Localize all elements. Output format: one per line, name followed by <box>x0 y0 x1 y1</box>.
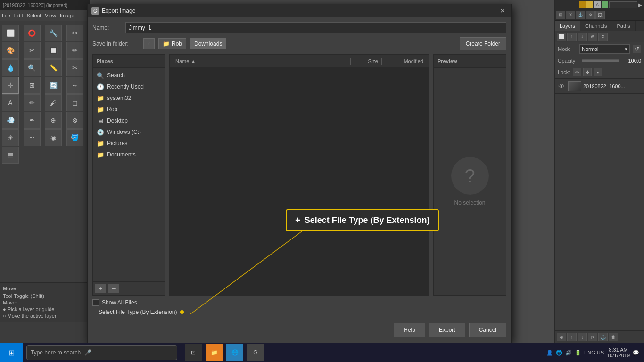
dialog-actions: Help Export Cancel <box>92 319 506 338</box>
places-panel: Places 🔍 Search 🕐 Recently Used 📁 <box>92 54 165 296</box>
clock-time: 8:31 AM <box>607 347 630 353</box>
files-content <box>170 68 429 295</box>
filename-input[interactable] <box>125 22 506 33</box>
file-type-expander[interactable]: + <box>92 309 96 315</box>
dialog-close-button[interactable]: ✕ <box>498 6 507 16</box>
dialog-app-icon: G <box>91 7 99 15</box>
search-icon: 🔍 <box>97 72 104 79</box>
col-modified[interactable]: Modified <box>383 58 425 64</box>
file-browser: Places 🔍 Search 🕐 Recently Used 📁 <box>92 54 506 296</box>
places-windows-c-label: Windows (C:) <box>107 129 141 135</box>
cancel-button[interactable]: Cancel <box>469 323 506 337</box>
taskbar-tray: 👤 🌐 🔊 🔋 ENG US 8:31 AM 10/1/2019 💬 <box>542 347 644 358</box>
places-item-windows-c[interactable]: 💿 Windows (C:) <box>93 126 165 138</box>
places-system32-label: system32 <box>107 95 131 101</box>
files-panel: Name ▲ Size Modified <box>169 54 429 296</box>
files-header: Name ▲ Size Modified <box>170 55 429 68</box>
export-button[interactable]: Export <box>429 323 465 337</box>
no-selection-text: No selection <box>454 199 485 206</box>
places-item-recently-used[interactable]: 🕐 Recently Used <box>93 81 165 92</box>
places-item-documents[interactable]: 📁 Documents <box>93 149 165 160</box>
save-in-label: Save in folder: <box>92 41 140 47</box>
breadcrumb-parent[interactable]: 📁 Rob <box>158 38 186 49</box>
preview-no-selection-icon: ? <box>451 157 489 195</box>
tooltip-plus-icon: + <box>295 215 301 226</box>
create-folder-button[interactable]: Create Folder <box>460 37 506 50</box>
name-label: Name: <box>92 25 121 31</box>
show-all-row: Show All Files <box>92 299 506 306</box>
places-item-search[interactable]: 🔍 Search <box>93 70 165 81</box>
file-type-label[interactable]: Select File Type (By Extension) <box>99 309 177 315</box>
dialog-titlebar: G Export Image ✕ <box>88 4 511 17</box>
taskbar-icon-chrome[interactable]: 🌐 <box>226 344 243 361</box>
breadcrumb-current[interactable]: Downloads <box>190 38 226 49</box>
export-image-dialog: G Export Image ✕ Name: Save in folder: ‹… <box>87 4 512 343</box>
clock-date: 10/1/2019 <box>607 353 630 358</box>
col-sep-2 <box>381 58 382 65</box>
col-sep-1 <box>350 58 351 65</box>
places-list: 🔍 Search 🕐 Recently Used 📁 system32 <box>93 68 165 281</box>
places-recently-used-label: Recently Used <box>107 83 144 90</box>
dialog-body: Name: Save in folder: ‹ 📁 Rob Downloads … <box>88 17 511 343</box>
tray-notifications-icon[interactable]: 💬 <box>633 350 639 356</box>
places-item-system32[interactable]: 📁 system32 <box>93 92 165 104</box>
bottom-area: Show All Files + Select File Type (By Ex… <box>92 299 506 315</box>
preview-content: ? No selection <box>434 68 506 295</box>
places-controls: + − <box>93 281 165 295</box>
folder-icon: 📁 <box>163 41 170 47</box>
places-documents-label: Documents <box>107 151 136 158</box>
show-all-files-checkbox[interactable] <box>92 299 99 306</box>
show-all-files-label: Show All Files <box>102 299 137 306</box>
tray-sound-icon[interactable]: 🔊 <box>565 350 572 356</box>
tray-network-icon[interactable]: 🌐 <box>556 350 562 356</box>
places-item-desktop[interactable]: 🖥 Desktop <box>93 115 165 126</box>
start-button[interactable]: ⊞ <box>0 343 23 362</box>
breadcrumb-parent-label: Rob <box>172 41 182 47</box>
dialog-titlebar-left: G Export Image <box>91 7 135 15</box>
file-type-row: + Select File Type (By Extension) <box>92 309 506 315</box>
taskbar-search[interactable]: Type here to search 🎤 <box>26 345 177 360</box>
tooltip-text: Select File Type (By Extension) <box>305 215 430 225</box>
places-add-button[interactable]: + <box>95 284 106 293</box>
nav-back-button[interactable]: ‹ <box>143 38 155 49</box>
places-item-rob[interactable]: 📁 Rob <box>93 104 165 115</box>
taskbar-icon-explorer[interactable]: 📁 <box>206 344 223 361</box>
pictures-folder-icon: 📁 <box>97 140 104 147</box>
search-placeholder: Type here to search <box>31 349 81 356</box>
rob-folder-icon: 📁 <box>97 106 104 113</box>
system32-folder-icon: 📁 <box>97 95 104 102</box>
places-header: Places <box>93 55 165 68</box>
places-rob-label: Rob <box>107 106 117 113</box>
places-pictures-label: Pictures <box>107 140 127 147</box>
places-desktop-label: Desktop <box>107 117 128 124</box>
places-remove-button[interactable]: − <box>108 284 119 293</box>
tray-people-icon[interactable]: 👤 <box>546 350 553 356</box>
places-header-label: Places <box>97 58 113 64</box>
yellow-indicator-dot <box>180 310 184 314</box>
col-size[interactable]: Size <box>352 58 380 64</box>
name-row: Name: <box>92 22 506 33</box>
folder-row: Save in folder: ‹ 📁 Rob Downloads Create… <box>92 37 506 50</box>
drive-icon: 💿 <box>97 129 104 136</box>
tray-language: ENG US <box>584 350 604 355</box>
taskbar-icon-taskview[interactable]: ⊡ <box>185 344 202 361</box>
col-name[interactable]: Name ▲ <box>173 58 349 64</box>
taskbar-clock[interactable]: 8:31 AM 10/1/2019 <box>607 347 630 358</box>
places-item-pictures[interactable]: 📁 Pictures <box>93 138 165 149</box>
places-search-label: Search <box>107 72 125 79</box>
tooltip-balloon: + Select File Type (By Extension) <box>286 209 439 231</box>
preview-header-label: Preview <box>438 58 457 64</box>
mic-icon: 🎤 <box>84 349 91 356</box>
documents-folder-icon: 📁 <box>97 151 104 158</box>
desktop-icon: 🖥 <box>97 117 104 124</box>
taskbar: ⊞ Type here to search 🎤 ⊡ 📁 🌐 G 👤 🌐 🔊 🔋 … <box>0 343 644 362</box>
help-button[interactable]: Help <box>394 323 425 337</box>
dialog-title-text: Export Image <box>102 8 135 14</box>
tray-battery-icon[interactable]: 🔋 <box>575 350 581 356</box>
breadcrumb-current-label: Downloads <box>194 41 222 47</box>
preview-panel: Preview ? No selection <box>433 54 506 296</box>
taskbar-app-icons: ⊡ 📁 🌐 G <box>181 344 268 361</box>
preview-header: Preview <box>434 55 506 68</box>
taskbar-icon-gimp[interactable]: G <box>247 344 264 361</box>
recently-used-icon: 🕐 <box>97 83 104 90</box>
